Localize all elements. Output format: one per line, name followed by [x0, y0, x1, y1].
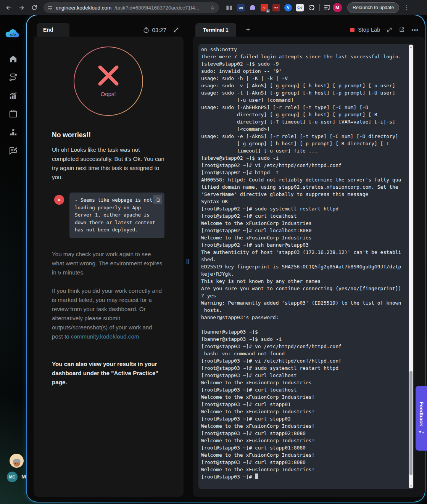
terminal-scrollbar[interactable]: ▲ ▼	[409, 45, 413, 488]
result-paragraph-2: You may check your work again to see wha…	[52, 250, 164, 277]
leaderboard-icon[interactable]	[5, 123, 21, 141]
app-background: </> MC Mi	[0, 15, 427, 504]
terminal-panel-header: Terminal 1 + Stop Lab •••	[193, 23, 425, 37]
feedback-button[interactable]: Feedback ✦₊	[416, 386, 427, 451]
extensions-puzzle-icon[interactable]	[308, 4, 316, 11]
user-initials-badge[interactable]: MC	[7, 472, 18, 482]
lab-shell: End 03:27	[27, 15, 425, 502]
pdf-extension-icon[interactable]: PDF	[272, 4, 280, 11]
relaunch-button[interactable]: Relaunch to update	[347, 2, 399, 13]
result-heading: No worries!!	[52, 131, 164, 139]
red-extension-icon[interactable]: ∵ 1	[261, 4, 268, 11]
task-panel-header: End 03:27	[34, 23, 184, 37]
app-sidebar: </> MC Mi	[0, 15, 26, 504]
stopwatch-icon	[143, 27, 149, 33]
kodekloud-logo[interactable]: </>	[5, 26, 21, 41]
tab-terminal-1[interactable]: Terminal 1	[195, 23, 236, 37]
toolbar-separator	[319, 4, 320, 11]
expand-task-icon[interactable]	[173, 27, 179, 33]
task-result-card: Oops! No worries!! Uh oh! Looks like the…	[34, 37, 184, 497]
scrollbar-thumb[interactable]	[409, 371, 412, 475]
v-extension-icon[interactable]: V	[284, 4, 292, 11]
reload-icon[interactable]	[29, 2, 40, 13]
error-message-box: - Seems like webpage is not loading prop…	[69, 193, 164, 238]
extension-icons: On ∵ 1 PDF V G文	[225, 4, 316, 11]
result-paragraph-1: Uh oh! Looks like the task was not compl…	[52, 145, 164, 182]
bookmark-star-icon[interactable]: ☆	[210, 4, 215, 11]
terminal-cursor	[255, 474, 258, 479]
community-link[interactable]: community.kodekloud.com	[71, 333, 139, 340]
add-terminal-button[interactable]: +	[246, 26, 250, 34]
sparkles-icon: ✦₊	[418, 429, 424, 435]
stop-square-icon	[350, 28, 354, 32]
book-extension-icon[interactable]	[225, 4, 233, 11]
error-row: ✕ - Seems like webpage is not loading pr…	[52, 193, 164, 238]
learning-path-icon[interactable]	[5, 68, 21, 86]
timer-value: 03:27	[152, 27, 166, 33]
calendar-icon[interactable]	[5, 104, 21, 123]
failure-x-icon	[97, 66, 119, 86]
on-extension-icon[interactable]: On	[237, 4, 245, 11]
user-name-partial: Mi	[21, 473, 26, 480]
svg-text:</>: </>	[10, 32, 16, 37]
media-controls-icon[interactable]	[324, 5, 330, 11]
scroll-down-icon[interactable]: ▼	[409, 484, 413, 488]
user-avatar[interactable]	[10, 454, 24, 468]
feedback-label: Feedback	[419, 402, 424, 426]
terminal-panel: Terminal 1 + Stop Lab •••	[193, 23, 425, 497]
terminal-console[interactable]: on ssh:notty There were 7 failed login a…	[198, 44, 414, 489]
error-x-icon: ✕	[54, 195, 64, 205]
tab-end[interactable]: End	[37, 23, 69, 37]
expand-terminal-icon[interactable]	[387, 27, 392, 33]
sidebar-user-area: MC Mi	[0, 454, 26, 496]
ghost-wallet-extension-icon[interactable]	[249, 4, 256, 11]
oops-label: Oops!	[100, 91, 116, 97]
lab-shell-border: End 03:27	[26, 14, 425, 502]
url-host: engineer.kodekloud.com	[56, 5, 111, 11]
terminal-output: on ssh:notty There were 7 failed login a…	[198, 44, 414, 482]
chrome-menu-icon[interactable]: ⋮	[404, 4, 410, 11]
terminal-more-menu[interactable]: •••	[411, 27, 419, 33]
result-paragraph-3: If you think you did your work correctly…	[52, 286, 164, 341]
terminal-body: on ssh:notty There were 7 failed login a…	[193, 37, 425, 497]
forward-icon[interactable]	[16, 2, 27, 13]
feedback-note-icon[interactable]	[5, 141, 21, 159]
oops-circle: Oops!	[74, 47, 143, 116]
copy-icon[interactable]	[153, 195, 162, 204]
lab-timer: 03:27	[143, 27, 166, 33]
result-paragraph-4: You can also view your results in your d…	[52, 360, 164, 387]
back-icon[interactable]	[3, 2, 14, 13]
translate-extension-icon[interactable]: G文	[296, 4, 304, 11]
site-settings-icon[interactable]	[47, 5, 53, 10]
task-panel: End 03:27	[34, 23, 184, 497]
error-message: - Seems like webpage is not loading prop…	[75, 197, 155, 233]
scroll-up-icon[interactable]: ▲	[409, 45, 413, 49]
browser-chrome: engineer.kodekloud.com/task?id=6809f4168…	[0, 0, 427, 15]
open-in-new-icon[interactable]	[399, 27, 405, 33]
panel-resize-handle[interactable]: ||	[184, 258, 192, 264]
extension-badge: 1	[266, 9, 270, 13]
home-icon[interactable]	[5, 50, 21, 68]
address-bar[interactable]: engineer.kodekloud.com/task?id=6809f4168…	[44, 2, 219, 13]
profile-avatar[interactable]: M	[333, 3, 342, 12]
stop-lab-button[interactable]: Stop Lab	[350, 27, 380, 33]
url-path: /task?id=6809f41683720aedcc71f4...	[114, 5, 207, 11]
progress-chart-icon[interactable]	[5, 86, 21, 104]
